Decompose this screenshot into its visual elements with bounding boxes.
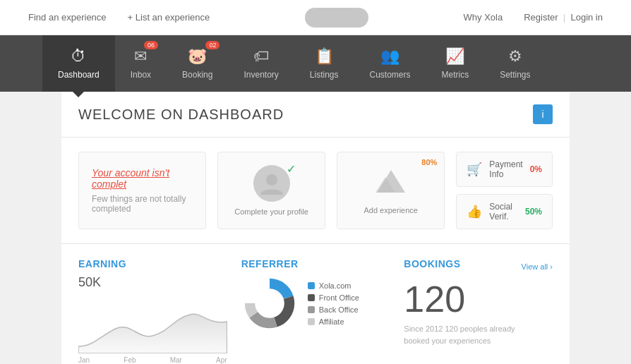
bookings-block: BOOKINGS View all › 120 Since 2012 120 p… (404, 258, 553, 364)
bookings-title: BOOKINGS (404, 258, 460, 269)
legend-item-front: Front Office (308, 293, 359, 302)
earning-block: EARNING 50K Jan Feb Mar Apr (78, 258, 227, 364)
nav-item-metrics[interactable]: 📈Metrics (426, 35, 485, 92)
metrics-icon: 📈 (445, 47, 464, 66)
legend-item-xola: Xola.com (308, 281, 359, 290)
legend-label-back: Back Office (319, 305, 359, 314)
badge-inbox: 06 (144, 41, 158, 49)
chart-label-jan: Jan (78, 356, 90, 364)
donut-wrap: Xola.comFront OfficeBack OfficeAffiliate (241, 275, 390, 332)
payment-social-card: 🛒 Payment Info 0% 👍 Social Verif. 50% (456, 152, 553, 229)
nav-item-listings[interactable]: 📋Listings (294, 35, 354, 92)
legend-label-xola: Xola.com (319, 281, 351, 290)
nav-item-customers[interactable]: 👥Customers (354, 35, 426, 92)
dashboard-icon: ⏱ (71, 47, 86, 66)
referrer-block: REFERRER Xola.comFront OfficeBack Office… (241, 258, 390, 364)
nav-item-booking[interactable]: 02🐷Booking (167, 35, 228, 92)
bookings-count: 120 (404, 281, 553, 317)
legend-label-front: Front Office (319, 293, 359, 302)
exp-percent: 80% (421, 158, 437, 166)
login-link[interactable]: Login in (570, 12, 603, 23)
top-nav-right: Why Xola Register | Login in (464, 12, 603, 23)
nav-label-settings: Settings (500, 70, 530, 80)
settings-icon: ⚙ (508, 47, 522, 66)
nav-label-listings: Listings (310, 70, 339, 80)
top-nav: Find an experience + List an experience … (0, 0, 631, 35)
mountain-icon (374, 167, 408, 200)
account-card: Your account isn't complet Few things ar… (78, 152, 206, 229)
nav-label-inbox: Inbox (131, 70, 151, 80)
cart-icon: 🛒 (467, 162, 482, 177)
avatar: ✓ (253, 165, 290, 202)
earning-chart (78, 297, 227, 353)
welcome-title: WELCOME ON DASHBOARD (78, 107, 284, 123)
payment-row[interactable]: 🛒 Payment Info 0% (456, 152, 553, 187)
bookings-sub: Since 2012 120 peoples already booked yo… (404, 323, 553, 346)
social-percent: 50% (525, 207, 542, 217)
chart-labels: Jan Feb Mar Apr (78, 356, 227, 364)
earning-amount: 50K (78, 275, 227, 290)
icon-nav: ⏱Dashboard06✉Inbox02🐷Booking🏷Inventory📋L… (0, 35, 631, 92)
why-xola-link[interactable]: Why Xola (464, 12, 503, 23)
account-warning: Your account isn't complet (92, 167, 193, 190)
svg-point-7 (256, 290, 282, 317)
experience-card[interactable]: 80% Add experience (337, 152, 445, 229)
profile-label: Complete your profile (234, 207, 308, 216)
view-all-link[interactable]: View all › (522, 262, 553, 271)
legend-dot-front (308, 294, 315, 301)
top-nav-center (305, 8, 368, 28)
check-icon: ✓ (287, 162, 296, 176)
welcome-banner: WELCOME ON DASHBOARD i (61, 92, 570, 138)
inventory-icon: 🏷 (253, 47, 269, 66)
bookings-header: BOOKINGS View all › (404, 258, 553, 275)
referrer-title: REFERRER (241, 258, 390, 269)
nav-item-inbox[interactable]: 06✉Inbox (115, 35, 167, 92)
earning-title: EARNING (78, 258, 227, 269)
nav-item-inventory[interactable]: 🏷Inventory (228, 35, 294, 92)
nav-label-booking: Booking (182, 70, 212, 80)
experience-label: Add experience (363, 206, 417, 214)
inbox-icon: ✉ (134, 47, 147, 66)
chart-label-mar: Mar (170, 356, 182, 364)
payment-percent: 0% (530, 164, 542, 174)
booking-icon: 🐷 (188, 47, 207, 66)
nav-label-customers: Customers (370, 70, 411, 80)
chart-label-feb: Feb (124, 356, 136, 364)
thumbs-up-icon: 👍 (467, 204, 482, 219)
main-content: WELCOME ON DASHBOARD i Your account isn'… (61, 92, 570, 364)
logo (305, 8, 368, 28)
info-button[interactable]: i (533, 104, 553, 124)
badge-booking: 02 (205, 41, 220, 49)
top-nav-left: Find an experience + List an experience (28, 12, 210, 23)
find-experience-link[interactable]: Find an experience (28, 12, 107, 23)
register-link[interactable]: Register (524, 12, 558, 23)
legend-item-back: Back Office (308, 305, 359, 314)
bookings-sub-line2: booked your experiences (404, 336, 491, 345)
auth-divider: | (560, 12, 568, 23)
legend-label-affiliate: Affiliate (319, 317, 344, 326)
legend-dot-back (308, 306, 315, 313)
payment-label: Payment Info (489, 159, 522, 179)
nav-label-metrics: Metrics (442, 70, 469, 80)
legend-item-affiliate: Affiliate (308, 317, 359, 326)
listings-icon: 📋 (315, 47, 334, 66)
svg-point-0 (266, 174, 277, 186)
bookings-sub-line1: Since 2012 120 peoples already (404, 324, 515, 333)
list-experience-link[interactable]: + List an experience (128, 12, 210, 23)
legend-dot-xola (308, 282, 315, 289)
profile-card[interactable]: ✓ Complete your profile (217, 152, 325, 229)
chart-label-apr: Apr (216, 356, 227, 364)
nav-item-settings[interactable]: ⚙Settings (484, 35, 546, 92)
nav-label-inventory: Inventory (244, 70, 278, 80)
auth-links: Register | Login in (524, 12, 603, 23)
customers-icon: 👥 (380, 47, 399, 66)
social-label: Social Verif. (489, 202, 518, 222)
cards-row: Your account isn't complet Few things ar… (61, 138, 570, 244)
stats-section: EARNING 50K Jan Feb Mar Apr (61, 244, 570, 364)
account-sub: Few things are not totally completed (92, 194, 193, 214)
legend-dot-affiliate (308, 318, 315, 325)
social-row[interactable]: 👍 Social Verif. 50% (456, 194, 553, 229)
nav-label-dashboard: Dashboard (58, 70, 100, 80)
donut-chart (241, 275, 298, 332)
nav-item-dashboard[interactable]: ⏱Dashboard (42, 35, 115, 92)
